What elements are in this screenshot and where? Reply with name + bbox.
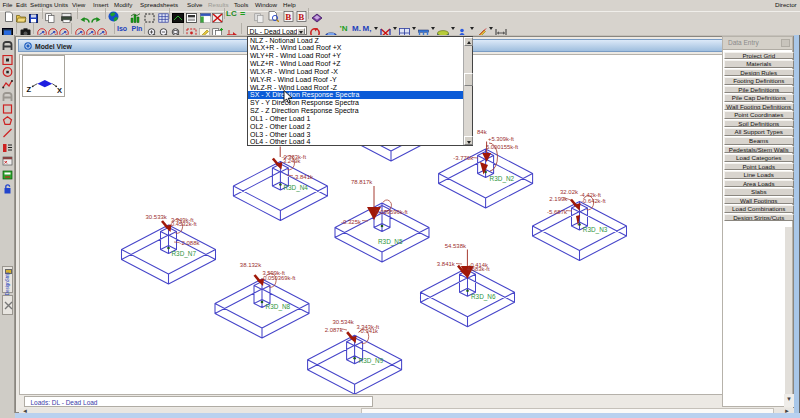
svg-text:-3.841k: -3.841k <box>293 174 314 180</box>
svg-text:Z: Z <box>26 85 31 94</box>
svg-text:R3D_N9: R3D_N9 <box>359 357 384 365</box>
svg-text:-2.088k: -2.088k <box>180 240 201 246</box>
svg-text:R3D_N7: R3D_N7 <box>172 250 197 258</box>
svg-text:38.132k: 38.132k <box>240 262 262 268</box>
svg-text:R3D_N3: R3D_N3 <box>583 226 608 234</box>
svg-text:78.817k: 78.817k <box>351 179 373 185</box>
svg-text:X: X <box>57 86 62 95</box>
svg-text:3.841k: 3.841k <box>437 261 456 267</box>
svg-text:+5.309k-ft: +5.309k-ft <box>488 136 514 142</box>
svg-text:R3D_N8: R3D_N8 <box>266 303 291 311</box>
svg-text:32.02k: 32.02k <box>560 189 579 195</box>
svg-text:B: B <box>285 12 291 22</box>
svg-text:-0.642k-ft: -0.642k-ft <box>581 198 606 204</box>
svg-text:2.087k: 2.087k <box>325 327 344 333</box>
svg-text:5.000155k-ft: 5.000155k-ft <box>486 144 519 150</box>
svg-text:-0.4532k-ft: -0.4532k-ft <box>169 221 197 227</box>
svg-text:0.059596k-ft: 0.059596k-ft <box>376 209 409 215</box>
svg-text:B: B <box>298 12 304 22</box>
svg-text:R3D_N6: R3D_N6 <box>471 293 496 301</box>
svg-text:30.533k: 30.533k <box>146 214 168 220</box>
svg-text:3.249k: 3.249k <box>283 158 301 164</box>
svg-text:-0.050369k-ft: -0.050369k-ft <box>261 275 296 281</box>
svg-text:4.683k-ft: 4.683k-ft <box>467 266 490 272</box>
svg-text:R3D_N4: R3D_N4 <box>283 184 308 192</box>
svg-text:R3D_N5: R3D_N5 <box>378 238 403 246</box>
svg-text:-0.325k: -0.325k <box>341 219 362 225</box>
svg-text:-0.341k: -0.341k <box>359 328 378 334</box>
svg-text:30.534k: 30.534k <box>332 319 354 325</box>
svg-text:84k: 84k <box>477 129 488 135</box>
svg-text:54.538k: 54.538k <box>445 243 467 249</box>
svg-text:R3D_N2: R3D_N2 <box>490 175 515 183</box>
svg-text:-3.776k: -3.776k <box>453 155 474 161</box>
svg-text:-5.687k: -5.687k <box>547 209 568 215</box>
svg-text:-4.42k-ft: -4.42k-ft <box>580 192 602 198</box>
